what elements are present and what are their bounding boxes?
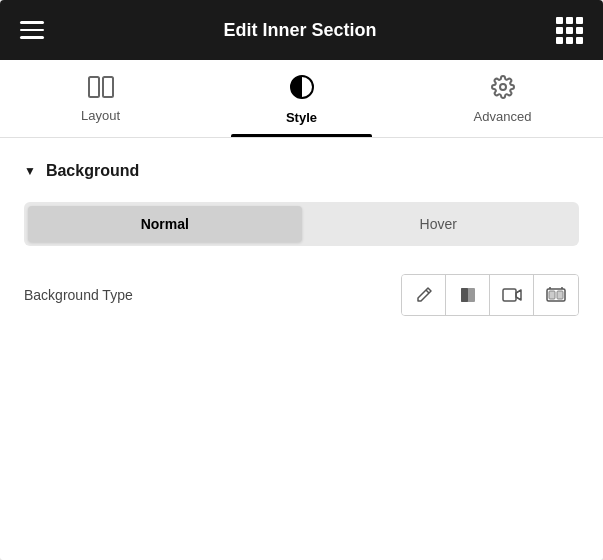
grid-icon[interactable]	[556, 17, 583, 44]
background-type-label: Background Type	[24, 287, 133, 303]
background-section-header: ▼ Background	[24, 162, 579, 180]
background-type-row: Background Type	[24, 274, 579, 316]
svg-rect-8	[557, 291, 563, 299]
panel-header: Edit Inner Section	[0, 0, 603, 60]
tab-advanced-label: Advanced	[474, 109, 532, 124]
svg-rect-0	[89, 77, 99, 97]
svg-rect-7	[549, 291, 555, 299]
style-icon	[289, 74, 315, 104]
normal-hover-toggle: Normal Hover	[24, 202, 579, 246]
edit-inner-section-panel: Edit Inner Section Layout	[0, 0, 603, 560]
hamburger-icon[interactable]	[20, 21, 44, 39]
pencil-icon	[415, 286, 433, 304]
svg-rect-4	[461, 288, 468, 302]
background-type-none-button[interactable]	[402, 275, 446, 315]
svg-rect-5	[503, 289, 516, 301]
tab-style-label: Style	[286, 110, 317, 125]
background-type-buttons	[401, 274, 579, 316]
background-section-title: Background	[46, 162, 139, 180]
normal-toggle-button[interactable]: Normal	[28, 206, 302, 242]
background-type-video-button[interactable]	[490, 275, 534, 315]
panel-title: Edit Inner Section	[223, 20, 376, 41]
hover-toggle-button[interactable]: Hover	[302, 206, 576, 242]
video-icon	[502, 287, 522, 303]
background-type-slideshow-button[interactable]	[534, 275, 578, 315]
tabs-bar: Layout Style Advanced	[0, 60, 603, 138]
background-type-classic-button[interactable]	[446, 275, 490, 315]
layout-icon	[88, 76, 114, 102]
slideshow-icon	[546, 286, 566, 304]
tab-advanced[interactable]: Advanced	[402, 60, 603, 137]
gear-icon	[491, 75, 515, 103]
color-fill-icon	[459, 286, 477, 304]
tab-style[interactable]: Style	[201, 60, 402, 137]
panel-content: ▼ Background Normal Hover Background Typ…	[0, 138, 603, 560]
tab-layout[interactable]: Layout	[0, 60, 201, 137]
chevron-down-icon: ▼	[24, 164, 36, 178]
svg-rect-1	[103, 77, 113, 97]
tab-layout-label: Layout	[81, 108, 120, 123]
